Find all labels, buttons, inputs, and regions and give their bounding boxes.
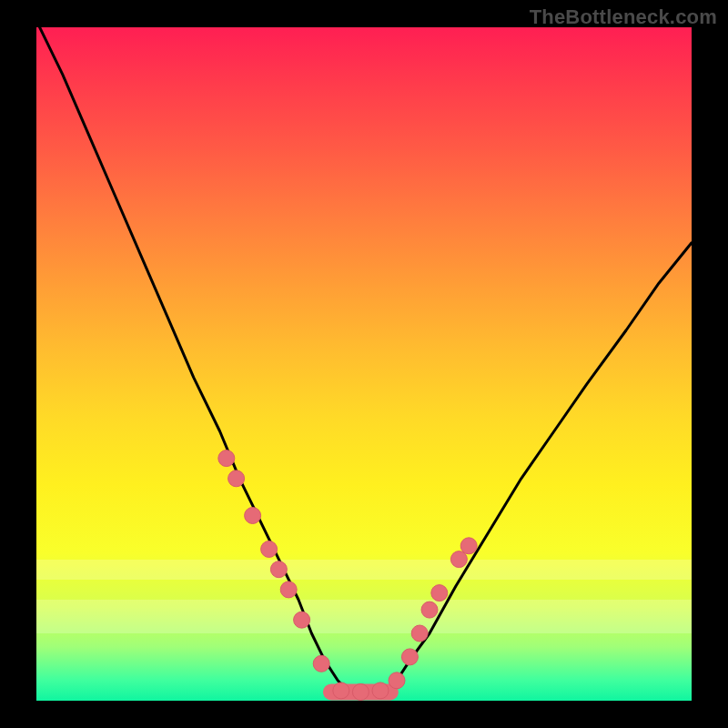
marker-point bbox=[421, 602, 438, 618]
marker-point bbox=[372, 682, 389, 699]
chart-svg bbox=[36, 27, 692, 701]
markers-group bbox=[218, 450, 477, 701]
chart-frame: TheBottleneck.com bbox=[0, 0, 728, 728]
marker-point bbox=[389, 672, 405, 689]
marker-point bbox=[294, 612, 310, 628]
marker-point bbox=[460, 538, 477, 554]
marker-point bbox=[261, 541, 278, 558]
marker-point bbox=[270, 561, 287, 578]
marker-point bbox=[333, 682, 349, 699]
bottleneck-curve bbox=[36, 27, 692, 694]
plot-area bbox=[36, 27, 692, 701]
marker-point bbox=[411, 625, 428, 642]
marker-point bbox=[228, 470, 245, 487]
marker-point bbox=[352, 683, 369, 700]
marker-point bbox=[218, 450, 235, 467]
watermark-text: TheBottleneck.com bbox=[530, 5, 717, 29]
marker-point bbox=[431, 585, 448, 602]
marker-point bbox=[280, 581, 297, 598]
marker-point bbox=[450, 551, 467, 568]
marker-point bbox=[401, 649, 418, 665]
marker-point bbox=[313, 655, 329, 672]
marker-point bbox=[245, 508, 261, 524]
